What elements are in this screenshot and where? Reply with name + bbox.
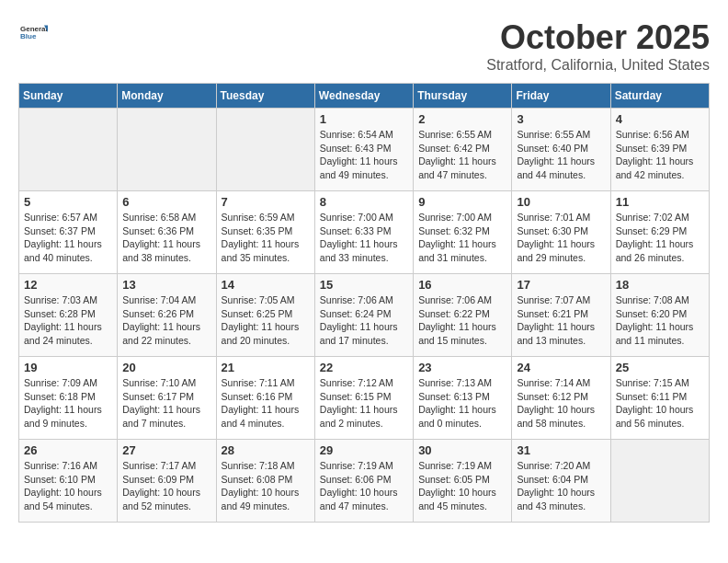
month-title: October 2025 <box>486 18 710 57</box>
day-info: Sunrise: 7:06 AMSunset: 6:22 PMDaylight:… <box>418 293 506 348</box>
day-info: Sunrise: 6:57 AMSunset: 6:37 PMDaylight:… <box>24 211 112 265</box>
calendar-cell: 9Sunrise: 7:00 AMSunset: 6:32 PMDaylight… <box>414 191 512 274</box>
day-info: Sunrise: 7:20 AMSunset: 6:04 PMDaylight:… <box>517 459 605 513</box>
calendar-cell: 22Sunrise: 7:12 AMSunset: 6:15 PMDayligh… <box>314 357 413 440</box>
day-info: Sunrise: 7:18 AMSunset: 6:08 PMDaylight:… <box>222 459 310 513</box>
header-wednesday: Wednesday <box>314 84 413 109</box>
day-number: 4 <box>616 112 704 126</box>
logo-icon: General Blue <box>20 18 48 46</box>
week-row-1: 1Sunrise: 6:54 AMSunset: 6:43 PMDaylight… <box>19 109 710 191</box>
calendar-cell <box>118 109 216 191</box>
calendar-cell: 16Sunrise: 7:06 AMSunset: 6:22 PMDayligh… <box>414 274 512 357</box>
day-number: 22 <box>320 361 408 374</box>
day-number: 31 <box>517 443 605 457</box>
header-thursday: Thursday <box>414 84 512 109</box>
calendar-cell: 7Sunrise: 6:59 AMSunset: 6:35 PMDaylight… <box>216 191 314 274</box>
day-info: Sunrise: 7:16 AMSunset: 6:10 PMDaylight:… <box>24 459 112 513</box>
logo: General Blue <box>18 18 48 50</box>
calendar-cell <box>19 109 118 191</box>
day-number: 16 <box>418 278 506 292</box>
day-number: 3 <box>517 112 605 126</box>
day-number: 19 <box>24 361 112 374</box>
calendar-table: SundayMondayTuesdayWednesdayThursdayFrid… <box>18 83 710 523</box>
day-info: Sunrise: 7:03 AMSunset: 6:28 PMDaylight:… <box>24 293 112 348</box>
title-block: October 2025 Stratford, California, Unit… <box>486 18 710 74</box>
day-number: 25 <box>616 361 704 374</box>
logo-text: General Blue <box>18 18 48 50</box>
calendar-cell: 1Sunrise: 6:54 AMSunset: 6:43 PMDaylight… <box>314 109 413 191</box>
calendar-cell: 24Sunrise: 7:14 AMSunset: 6:12 PMDayligh… <box>512 357 610 440</box>
calendar-cell: 20Sunrise: 7:10 AMSunset: 6:17 PMDayligh… <box>118 357 216 440</box>
calendar-cell: 28Sunrise: 7:18 AMSunset: 6:08 PMDayligh… <box>216 440 314 523</box>
day-info: Sunrise: 6:59 AMSunset: 6:35 PMDaylight:… <box>222 211 310 265</box>
header-monday: Monday <box>118 84 216 109</box>
day-info: Sunrise: 7:04 AMSunset: 6:26 PMDaylight:… <box>122 293 210 348</box>
page-header: General Blue October 2025 Stratford, Cal… <box>18 18 710 74</box>
day-number: 21 <box>222 361 310 374</box>
day-number: 26 <box>24 443 112 457</box>
header-saturday: Saturday <box>610 84 709 109</box>
calendar-cell: 18Sunrise: 7:08 AMSunset: 6:20 PMDayligh… <box>610 274 709 357</box>
day-info: Sunrise: 7:09 AMSunset: 6:18 PMDaylight:… <box>24 376 112 431</box>
calendar-cell: 6Sunrise: 6:58 AMSunset: 6:36 PMDaylight… <box>118 191 216 274</box>
day-info: Sunrise: 6:58 AMSunset: 6:36 PMDaylight:… <box>122 211 210 265</box>
day-info: Sunrise: 7:12 AMSunset: 6:15 PMDaylight:… <box>320 376 408 431</box>
calendar-cell: 25Sunrise: 7:15 AMSunset: 6:11 PMDayligh… <box>610 357 709 440</box>
calendar-cell: 3Sunrise: 6:55 AMSunset: 6:40 PMDaylight… <box>512 109 610 191</box>
day-info: Sunrise: 7:17 AMSunset: 6:09 PMDaylight:… <box>122 459 210 513</box>
day-number: 20 <box>122 361 210 374</box>
day-info: Sunrise: 7:00 AMSunset: 6:32 PMDaylight:… <box>418 211 506 265</box>
calendar-cell: 2Sunrise: 6:55 AMSunset: 6:42 PMDaylight… <box>414 109 512 191</box>
calendar-cell: 14Sunrise: 7:05 AMSunset: 6:25 PMDayligh… <box>216 274 314 357</box>
calendar-cell: 5Sunrise: 6:57 AMSunset: 6:37 PMDaylight… <box>19 191 118 274</box>
calendar-cell <box>610 440 709 523</box>
calendar-cell: 11Sunrise: 7:02 AMSunset: 6:29 PMDayligh… <box>610 191 709 274</box>
day-number: 27 <box>122 443 210 457</box>
day-number: 5 <box>24 195 112 209</box>
week-row-3: 12Sunrise: 7:03 AMSunset: 6:28 PMDayligh… <box>19 274 710 357</box>
day-number: 11 <box>616 195 704 209</box>
day-number: 15 <box>320 278 408 292</box>
calendar-cell: 30Sunrise: 7:19 AMSunset: 6:05 PMDayligh… <box>414 440 512 523</box>
day-number: 30 <box>418 443 506 457</box>
calendar-cell: 29Sunrise: 7:19 AMSunset: 6:06 PMDayligh… <box>314 440 413 523</box>
day-info: Sunrise: 7:01 AMSunset: 6:30 PMDaylight:… <box>517 211 605 265</box>
calendar-cell: 21Sunrise: 7:11 AMSunset: 6:16 PMDayligh… <box>216 357 314 440</box>
day-info: Sunrise: 6:55 AMSunset: 6:40 PMDaylight:… <box>517 128 605 182</box>
day-number: 8 <box>320 195 408 209</box>
day-number: 28 <box>222 443 310 457</box>
day-info: Sunrise: 6:54 AMSunset: 6:43 PMDaylight:… <box>320 128 408 182</box>
location: Stratford, California, United States <box>486 57 710 74</box>
day-number: 14 <box>222 278 310 292</box>
day-number: 29 <box>320 443 408 457</box>
day-info: Sunrise: 7:05 AMSunset: 6:25 PMDaylight:… <box>222 293 310 348</box>
day-number: 7 <box>222 195 310 209</box>
day-number: 23 <box>418 361 506 374</box>
calendar-cell: 10Sunrise: 7:01 AMSunset: 6:30 PMDayligh… <box>512 191 610 274</box>
day-number: 10 <box>517 195 605 209</box>
week-row-2: 5Sunrise: 6:57 AMSunset: 6:37 PMDaylight… <box>19 191 710 274</box>
day-number: 24 <box>517 361 605 374</box>
day-info: Sunrise: 7:19 AMSunset: 6:06 PMDaylight:… <box>320 459 408 513</box>
day-number: 13 <box>122 278 210 292</box>
day-number: 12 <box>24 278 112 292</box>
calendar-cell: 12Sunrise: 7:03 AMSunset: 6:28 PMDayligh… <box>19 274 118 357</box>
calendar-cell: 31Sunrise: 7:20 AMSunset: 6:04 PMDayligh… <box>512 440 610 523</box>
calendar-cell: 8Sunrise: 7:00 AMSunset: 6:33 PMDaylight… <box>314 191 413 274</box>
day-info: Sunrise: 7:02 AMSunset: 6:29 PMDaylight:… <box>616 211 704 265</box>
day-info: Sunrise: 7:00 AMSunset: 6:33 PMDaylight:… <box>320 211 408 265</box>
day-info: Sunrise: 7:14 AMSunset: 6:12 PMDaylight:… <box>517 376 605 431</box>
week-row-5: 26Sunrise: 7:16 AMSunset: 6:10 PMDayligh… <box>19 440 710 523</box>
header-friday: Friday <box>512 84 610 109</box>
day-info: Sunrise: 7:07 AMSunset: 6:21 PMDaylight:… <box>517 293 605 348</box>
day-number: 17 <box>517 278 605 292</box>
day-info: Sunrise: 7:13 AMSunset: 6:13 PMDaylight:… <box>418 376 506 431</box>
calendar-cell: 4Sunrise: 6:56 AMSunset: 6:39 PMDaylight… <box>610 109 709 191</box>
day-info: Sunrise: 7:11 AMSunset: 6:16 PMDaylight:… <box>222 376 310 431</box>
calendar-cell: 17Sunrise: 7:07 AMSunset: 6:21 PMDayligh… <box>512 274 610 357</box>
calendar-cell: 13Sunrise: 7:04 AMSunset: 6:26 PMDayligh… <box>118 274 216 357</box>
day-number: 2 <box>418 112 506 126</box>
day-info: Sunrise: 7:19 AMSunset: 6:05 PMDaylight:… <box>418 459 506 513</box>
day-number: 9 <box>418 195 506 209</box>
day-number: 1 <box>320 112 408 126</box>
